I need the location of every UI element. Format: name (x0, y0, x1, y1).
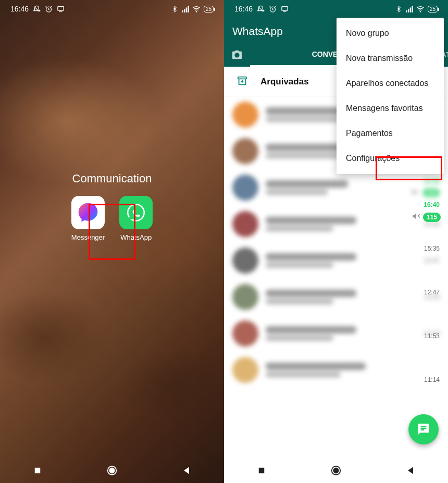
bluetooth-icon (395, 6, 402, 13)
menu-aparelhos-conectados[interactable]: Aparelhos conectados (337, 71, 444, 96)
app-label: WhatsApp (120, 233, 152, 241)
home-button[interactable] (101, 459, 123, 482)
chat-text (266, 290, 417, 304)
folder-title: Communication (0, 172, 224, 185)
avatar (232, 357, 258, 383)
cast-icon (281, 5, 289, 13)
app-folder: Communication Messenger WhatsApp (0, 172, 224, 241)
status-time: 16:46 (10, 5, 29, 13)
avatar (232, 175, 258, 201)
menu-pagamentos[interactable]: Pagamentos (337, 121, 444, 146)
android-navbar (224, 458, 448, 483)
chat-row[interactable]: 11:53 (224, 279, 448, 315)
dnd-icon (33, 5, 41, 13)
messenger-icon (71, 196, 105, 229)
chat-meta: 11:14 (424, 330, 440, 337)
alarm-icon (269, 5, 277, 13)
wallpaper (0, 0, 224, 483)
signal-icon (405, 5, 413, 13)
svg-rect-2 (58, 6, 64, 10)
avatar (232, 284, 258, 310)
chat-meta: 12:47 (424, 257, 440, 264)
avatar (232, 211, 258, 237)
chat-row[interactable]: 11:14 (224, 315, 448, 352)
chat-row[interactable] (224, 352, 448, 388)
chat-text (266, 326, 417, 341)
app-messenger[interactable]: Messenger (71, 196, 105, 241)
chat-meta: 15:35 (424, 220, 440, 228)
chat-meta: 16:40115 (410, 178, 440, 198)
svg-rect-6 (34, 468, 40, 474)
whatsapp-icon (119, 196, 153, 229)
chat-row[interactable]: 12:47 (224, 242, 448, 279)
unread-badge: 115 (423, 189, 440, 197)
svg-rect-11 (282, 6, 288, 10)
menu-nova-transmissao[interactable]: Nova transmissão (337, 46, 444, 71)
chat-meta: 11:53 (424, 293, 440, 301)
svg-rect-15 (258, 468, 264, 474)
app-title: WhatsApp (232, 25, 283, 38)
avatar (232, 320, 258, 346)
svg-rect-14 (238, 77, 247, 79)
app-whatsapp[interactable]: WhatsApp (119, 196, 153, 241)
svg-point-13 (420, 11, 420, 12)
status-bar: 16:46 25 (224, 0, 448, 18)
wifi-icon (192, 5, 201, 13)
chat-text (266, 253, 417, 268)
menu-mensagens-favoritas[interactable]: Mensagens favoritas (337, 96, 444, 121)
recents-button[interactable] (250, 459, 273, 482)
svg-point-17 (333, 468, 338, 473)
camera-tab[interactable] (224, 49, 250, 60)
avatar (232, 247, 258, 274)
back-button[interactable] (399, 459, 422, 482)
android-navbar (0, 458, 224, 483)
status-time: 16:46 (234, 5, 253, 13)
app-label: Messenger (71, 233, 105, 241)
overflow-menu: Novo grupo Nova transmissão Aparelhos co… (337, 18, 444, 174)
menu-novo-grupo[interactable]: Novo grupo (337, 21, 444, 46)
status-bar: 16:46 25 (0, 0, 224, 18)
cast-icon (57, 5, 65, 13)
archive-icon (237, 75, 248, 89)
menu-configuracoes[interactable]: Configurações (337, 146, 444, 171)
home-button[interactable] (325, 459, 347, 482)
chat-row[interactable]: 16:40115 (224, 169, 448, 206)
archived-label: Arquivadas (260, 77, 309, 87)
battery-icon: 25 (428, 6, 438, 13)
phone-home-screen: 16:46 25 (0, 0, 224, 483)
avatar (232, 102, 258, 128)
bluetooth-icon (171, 6, 178, 13)
signal-icon (181, 5, 189, 13)
recents-button[interactable] (26, 459, 49, 482)
battery-icon: 25 (204, 6, 214, 13)
svg-point-8 (109, 468, 114, 473)
back-button[interactable] (175, 459, 198, 482)
svg-point-4 (196, 11, 196, 12)
dnd-icon (257, 5, 265, 13)
alarm-icon (45, 5, 53, 13)
chat-text (266, 180, 403, 195)
avatar (232, 138, 258, 164)
wifi-icon (416, 5, 425, 13)
phone-whatsapp-screen: 16:46 25 WhatsApp CONVERSAS 1 (224, 0, 448, 483)
chat-text (266, 217, 417, 231)
new-chat-fab[interactable] (408, 414, 439, 444)
chat-text (266, 363, 432, 377)
chat-row[interactable]: 15:35 (224, 206, 448, 242)
